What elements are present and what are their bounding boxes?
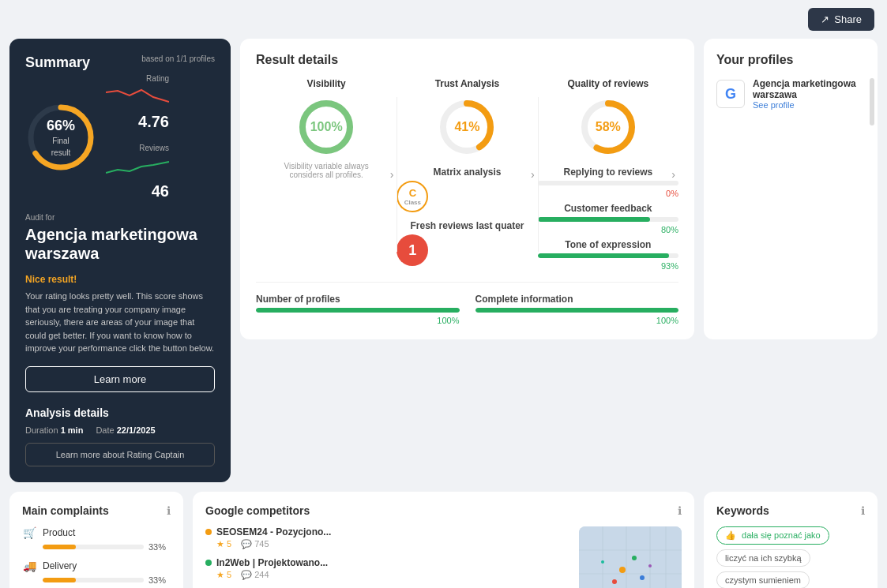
competitors-panel: Google competitors ℹ SEOSEM24 - Pozycjon… bbox=[193, 492, 694, 589]
main-content: Summary based on 1/1 profiles 66% Final … bbox=[0, 39, 887, 588]
quality-metric: Quality of reviews 58% › Replying to rev… bbox=[538, 78, 678, 271]
company-name: Agencja marketingowa warszawa bbox=[25, 225, 215, 263]
rating-val: 4.76 bbox=[106, 113, 169, 131]
profile-name: Agencja marketingowa warszawa bbox=[753, 78, 865, 100]
complaint-delivery-row: 🚚 Delivery bbox=[22, 560, 171, 572]
star-icon-0: ★ 5 bbox=[216, 539, 231, 549]
share-icon: ↗ bbox=[821, 13, 829, 25]
product-pct: 33% bbox=[148, 542, 171, 552]
learn-more-button[interactable]: Learn more bbox=[25, 366, 215, 392]
result-details-title: Result details bbox=[256, 53, 678, 67]
date-label: Date 22/1/2025 bbox=[96, 425, 155, 435]
quality-label: Quality of reviews bbox=[538, 78, 678, 89]
profiles-count-item: Number of profiles 100% bbox=[256, 294, 460, 325]
rating-sparkline bbox=[106, 86, 169, 110]
svg-point-19 bbox=[640, 575, 645, 580]
result-details: Result details Visibility 100% › Visibil… bbox=[240, 39, 694, 339]
duration-val: 1 min bbox=[61, 425, 84, 435]
competitor-1: In2Web | Projektowano... ★ 5 💬 244 bbox=[205, 557, 569, 580]
fresh-reviews-badge: 1 bbox=[397, 234, 428, 266]
competitors-title-row: Google competitors ℹ bbox=[205, 504, 682, 517]
visibility-pct: 100% bbox=[310, 120, 343, 134]
competitor-1-name: In2Web | Projektowano... bbox=[205, 557, 569, 568]
google-icon: G bbox=[716, 80, 745, 108]
delivery-name: Delivery bbox=[43, 560, 171, 571]
product-bar bbox=[43, 545, 144, 549]
duration-label: Duration 1 min bbox=[25, 425, 83, 435]
summary-title: Summary bbox=[25, 54, 90, 71]
matrix-badge: C Class bbox=[397, 181, 428, 212]
reviews-sparkline bbox=[106, 155, 169, 179]
keyword-0: 👍 dała się poznać jako bbox=[716, 526, 829, 545]
quality-pct: 58% bbox=[596, 120, 621, 134]
review-count-1: 💬 244 bbox=[241, 570, 269, 580]
svg-point-20 bbox=[612, 579, 617, 584]
quality-chevron[interactable]: › bbox=[671, 168, 675, 181]
learn-more-captain-button[interactable]: Learn more about Rating Captain bbox=[25, 443, 215, 466]
audit-for: Audit for bbox=[25, 213, 215, 222]
keywords-panel: Keywords ℹ 👍 dała się poznać jako liczyć… bbox=[704, 492, 878, 589]
keyword-1: liczyć na ich szybką bbox=[716, 549, 810, 567]
svg-point-17 bbox=[619, 567, 626, 573]
analysis-details-title: Analysis details bbox=[25, 406, 215, 419]
reviews-val: 46 bbox=[106, 182, 169, 200]
keyword-2: czystym sumieniem bbox=[716, 571, 810, 589]
visibility-chevron[interactable]: › bbox=[390, 168, 394, 181]
feedback-item: Customer feedback 80% bbox=[538, 203, 678, 234]
delivery-icon: 🚚 bbox=[22, 560, 36, 572]
fresh-reviews-label: Fresh reviews last quater bbox=[397, 220, 537, 231]
scrollbar[interactable] bbox=[870, 78, 874, 125]
nice-result-label: Nice result! bbox=[25, 274, 215, 285]
competitors-info-icon[interactable]: ℹ bbox=[678, 504, 682, 517]
complaints-title-row: Main complaints ℹ bbox=[22, 504, 171, 517]
matrix-label: Matrix analysis bbox=[397, 167, 537, 178]
replying-bar bbox=[538, 181, 678, 185]
review-count-0: 💬 745 bbox=[241, 539, 269, 549]
visibility-metric: Visibility 100% › Visibility variable al… bbox=[256, 78, 397, 271]
final-label: Final result bbox=[51, 137, 70, 157]
competitors-title: Google competitors bbox=[205, 504, 310, 517]
thumbs-up-icon: 👍 bbox=[725, 530, 736, 540]
product-name: Product bbox=[43, 527, 171, 538]
product-icon: 🛒 bbox=[22, 526, 36, 539]
competitors-map: Estimote bbox=[579, 526, 682, 589]
competitor-1-dot bbox=[205, 560, 212, 566]
trust-metric: Trust Analysis 41% › Matrix analysis C bbox=[397, 78, 537, 271]
summary-panel: Summary based on 1/1 profiles 66% Final … bbox=[9, 39, 231, 482]
replying-item: Replying to reviews 0% bbox=[538, 167, 678, 198]
competitors-inner: SEOSEM24 - Pozycjono... ★ 5 💬 745 In2Web… bbox=[205, 526, 682, 589]
complete-pct: 100% bbox=[475, 316, 679, 325]
keywords-info-icon[interactable]: ℹ bbox=[861, 504, 865, 517]
feedback-pct: 80% bbox=[538, 225, 678, 234]
complaints-info-icon[interactable]: ℹ bbox=[167, 504, 171, 517]
top-bar: ↗ Share bbox=[0, 0, 887, 39]
tone-bar bbox=[538, 253, 678, 258]
see-profile-link[interactable]: See profile bbox=[753, 100, 865, 110]
gauge-text: 66% Final result bbox=[43, 118, 79, 158]
visibility-note: Visibility variable always considers all… bbox=[271, 162, 381, 179]
tone-item: Tone of expression 93% bbox=[538, 239, 678, 271]
delivery-bar bbox=[43, 578, 144, 582]
feedback-bar bbox=[538, 217, 678, 222]
profile-item: G Agencja marketingowa warszawa See prof… bbox=[716, 78, 865, 110]
trust-chevron[interactable]: › bbox=[531, 168, 535, 181]
gauge-circle: 66% Final result bbox=[25, 102, 96, 173]
trust-donut: 41% bbox=[435, 96, 498, 159]
rating-reviews: Rating 4.76 Reviews 46 bbox=[106, 74, 169, 200]
profiles-pct: 100% bbox=[256, 316, 460, 325]
replying-pct: 0% bbox=[538, 189, 678, 198]
trust-label: Trust Analysis bbox=[397, 78, 537, 89]
competitor-0-name: SEOSEM24 - Pozycjono... bbox=[205, 526, 569, 537]
svg-rect-8 bbox=[579, 526, 682, 589]
visibility-label: Visibility bbox=[256, 78, 397, 89]
keywords-list: 👍 dała się poznać jako liczyć na ich szy… bbox=[716, 526, 865, 589]
complaints-title: Main complaints bbox=[22, 504, 109, 517]
metrics-row: Visibility 100% › Visibility variable al… bbox=[256, 78, 678, 283]
quality-donut: 58% bbox=[577, 96, 640, 159]
complete-bar bbox=[475, 308, 679, 313]
gauge-area: 66% Final result Rating 4.76 Reviews 46 bbox=[25, 74, 215, 200]
based-on: based on 1/1 profiles bbox=[141, 54, 215, 63]
complete-info-item: Complete information 100% bbox=[475, 294, 679, 325]
share-button[interactable]: ↗ Share bbox=[808, 8, 874, 31]
bottom-row: Main complaints ℹ 🛒 Product 33% 🚚 bbox=[9, 492, 878, 589]
